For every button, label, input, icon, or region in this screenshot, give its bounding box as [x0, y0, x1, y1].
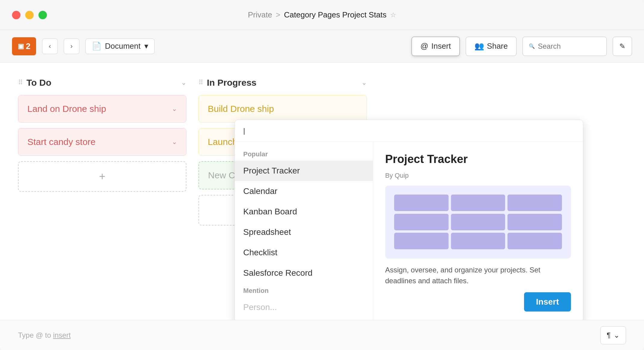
navbar-right: @ Insert 👥 Share 🔍 ✎ [412, 37, 632, 56]
navbar: ▣ 2 ‹ › 📄 Document ▾ @ Insert 👥 Share 🔍 [0, 30, 644, 63]
menu-item-person[interactable]: Person... [235, 297, 373, 318]
close-button[interactable] [12, 11, 20, 19]
document-count-badge[interactable]: ▣ 2 [12, 37, 36, 55]
column-title-in-progress: In Progress [207, 78, 358, 88]
preview-cell [394, 195, 449, 211]
card-start-candy[interactable]: Start candy store ⌄ [18, 128, 186, 156]
preview-cell [451, 195, 505, 211]
plus-icon: + [99, 170, 105, 183]
menu-item-label: Checklist [243, 248, 278, 257]
preview-title: Project Tracker [385, 153, 571, 166]
paragraph-icon: ¶ [607, 331, 611, 339]
menu-item-checklist[interactable]: Checklist [235, 242, 373, 263]
insert-button[interactable]: @ Insert [412, 37, 459, 56]
document-icon-btn: 📄 [92, 41, 101, 51]
forward-icon: › [70, 42, 72, 50]
card-title-start-candy: Start candy store [27, 137, 96, 147]
document-dropdown-button[interactable]: 📄 Document ▾ [85, 38, 155, 54]
cursor-icon: | [243, 127, 245, 135]
search-icon: 🔍 [529, 43, 535, 49]
type-hint: Type @ to insert [18, 331, 71, 339]
breadcrumb-private[interactable]: Private [248, 10, 272, 20]
menu-item-label: Salesforce Record [243, 268, 312, 278]
traffic-lights [12, 11, 47, 19]
insert-search-input[interactable] [249, 126, 575, 136]
dropdown-chevron-icon: ▾ [144, 41, 148, 51]
share-label: Share [487, 41, 508, 51]
share-button[interactable]: 👥 Share [466, 37, 517, 56]
share-icon: 👥 [474, 41, 484, 51]
maximize-button[interactable] [38, 11, 47, 19]
back-icon: ‹ [49, 42, 51, 50]
card-chevron-icon[interactable]: ⌄ [172, 105, 177, 113]
document-icon: ▣ [18, 42, 24, 50]
menu-item-kanban-board[interactable]: Kanban Board [235, 201, 373, 222]
search-box[interactable]: 🔍 [523, 37, 607, 56]
breadcrumb-separator: > [276, 10, 280, 20]
hint-link[interactable]: insert [53, 331, 71, 339]
menu-item-calendar[interactable]: Calendar [235, 181, 373, 201]
section-label-mention: Mention [235, 283, 373, 297]
insert-right-panel: Project Tracker By Quip [373, 142, 583, 320]
menu-item-label: Spreadsheet [243, 227, 291, 237]
preview-table [385, 186, 571, 259]
column-drag-handle[interactable]: ⠿ [198, 79, 203, 87]
menu-item-salesforce-record[interactable]: Salesforce Record [235, 263, 373, 283]
search-input[interactable] [538, 42, 600, 51]
page-title: Category Pages Project Stats [284, 10, 387, 20]
column-drag-handle[interactable]: ⠿ [18, 79, 23, 87]
insert-body: Popular Project Tracker Calendar Kanban … [235, 142, 583, 320]
insert-label: Insert [431, 41, 451, 51]
card-title-land-drone: Land on Drone ship [27, 104, 106, 114]
hint-text: Type @ to [18, 331, 53, 339]
menu-item-project-tracker[interactable]: Project Tracker [235, 161, 373, 181]
preview-cell [508, 214, 562, 230]
back-button[interactable]: ‹ [42, 38, 58, 54]
column-title-todo: To Do [26, 78, 177, 88]
paragraph-chevron-icon: ⌄ [614, 331, 620, 339]
card-chevron-icon[interactable]: ⌄ [172, 138, 177, 146]
app-window: Private > Category Pages Project Stats ☆… [0, 0, 644, 350]
badge-count: 2 [26, 41, 31, 51]
preview-cell [451, 214, 505, 230]
menu-item-label: Kanban Board [243, 207, 297, 216]
forward-button[interactable]: › [64, 38, 79, 54]
column-header-in-progress: ⠿ In Progress ⌄ [198, 78, 367, 88]
column-header-todo: ⠿ To Do ⌄ [18, 78, 186, 88]
column-todo: ⠿ To Do ⌄ Land on Drone ship ⌄ Start can… [18, 78, 186, 192]
preview-cell [451, 233, 505, 249]
column-expand-icon[interactable]: ⌄ [181, 79, 186, 87]
preview-description: Assign, oversee, and organize your proje… [385, 265, 571, 286]
edit-button[interactable]: ✎ [613, 37, 632, 56]
bottom-bar: Type @ to insert ¶ ⌄ [0, 320, 644, 350]
column-expand-icon[interactable]: ⌄ [361, 79, 367, 87]
minimize-button[interactable] [25, 11, 34, 19]
preview-subtitle: By Quip [385, 172, 571, 180]
insert-confirm-button[interactable]: Insert [524, 292, 571, 312]
section-label-popular: Popular [235, 147, 373, 161]
insert-footer: Insert [385, 292, 571, 312]
document-label: Document [105, 41, 141, 51]
paragraph-button[interactable]: ¶ ⌄ [600, 326, 626, 344]
preview-cell [508, 195, 562, 211]
preview-cell [394, 233, 449, 249]
add-card-todo-button[interactable]: + [18, 161, 186, 192]
card-title-build-drone: Build Drone ship [208, 104, 274, 114]
breadcrumb: Private > Category Pages Project Stats ☆ [248, 10, 396, 20]
main-content: ⠿ To Do ⌄ Land on Drone ship ⌄ Start can… [0, 63, 644, 320]
star-icon[interactable]: ☆ [390, 11, 396, 19]
menu-item-label: Project Tracker [243, 166, 300, 175]
card-build-drone[interactable]: Build Drone ship [198, 95, 367, 123]
preview-image [385, 186, 571, 259]
preview-cell [508, 233, 562, 249]
titlebar: Private > Category Pages Project Stats ☆ [0, 0, 644, 30]
menu-item-label: Calendar [243, 186, 278, 196]
at-icon: @ [420, 41, 428, 51]
insert-left-menu: Popular Project Tracker Calendar Kanban … [235, 142, 373, 320]
edit-icon: ✎ [619, 42, 625, 51]
card-land-drone[interactable]: Land on Drone ship ⌄ [18, 95, 186, 123]
insert-search-row: | [235, 120, 583, 142]
insert-dropdown: | Popular Project Tracker Calendar Kanba… [235, 120, 583, 320]
preview-cell [394, 214, 449, 230]
menu-item-spreadsheet[interactable]: Spreadsheet [235, 222, 373, 242]
